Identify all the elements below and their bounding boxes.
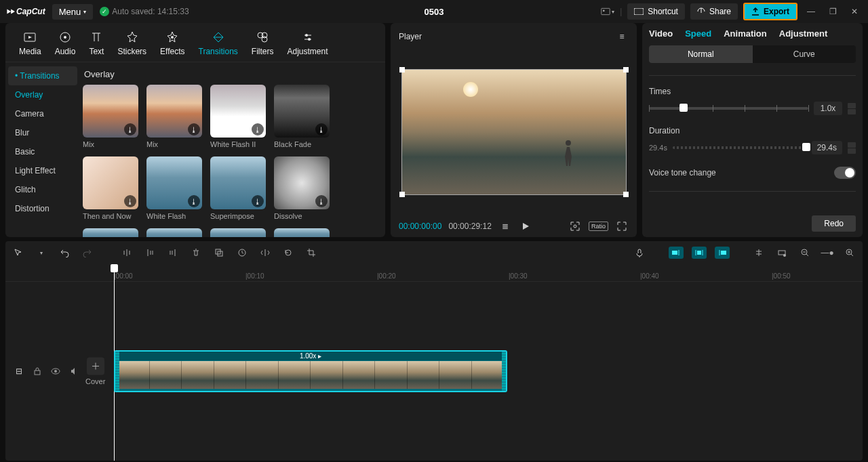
resize-handle[interactable] <box>623 67 629 72</box>
category-glitch[interactable]: Glitch <box>8 180 77 199</box>
split-icon[interactable] <box>119 245 134 260</box>
tab-effects[interactable]: Effects <box>153 27 191 59</box>
zoom-out-icon[interactable] <box>797 245 812 260</box>
category-transitions[interactable]: • Transitions <box>8 66 77 85</box>
redo-icon[interactable] <box>80 245 95 260</box>
undo-icon[interactable] <box>57 245 72 260</box>
transition-thumb[interactable] <box>210 228 266 237</box>
menu-button[interactable]: Menu ▾ <box>52 4 94 20</box>
duration-slider[interactable] <box>673 146 806 149</box>
split-left-icon[interactable] <box>142 245 157 260</box>
transition-thumb[interactable]: ⭳Black Fade <box>274 85 330 148</box>
tab-audio[interactable]: Audio <box>48 27 83 59</box>
shortcut-button[interactable]: Shortcut <box>627 3 685 20</box>
tab-text[interactable]: Text <box>82 27 111 59</box>
copy-icon[interactable] <box>212 245 226 260</box>
category-distortion[interactable]: Distortion <box>8 199 77 218</box>
zoom-in-icon[interactable] <box>842 245 857 260</box>
cover-button[interactable]: Cover <box>85 358 105 385</box>
snap-both-icon[interactable] <box>692 247 707 259</box>
inspector-tab-adjustment[interactable]: Adjustment <box>779 28 828 39</box>
snap-back-icon[interactable] <box>715 247 730 259</box>
mute-icon[interactable] <box>67 364 80 378</box>
snap-front-icon[interactable] <box>669 247 684 259</box>
transition-thumb[interactable]: ⭳Dissolve <box>274 156 330 220</box>
tab-transitions[interactable]: Transitions <box>192 27 245 59</box>
times-value[interactable]: 1.0x <box>814 102 842 115</box>
timeline-ruler[interactable]: |00:00 |00:10 |00:20 |00:30 |00:40 |00:5… <box>5 264 863 282</box>
fullscreen-icon[interactable] <box>615 219 629 233</box>
inspector-tab-animation[interactable]: Animation <box>724 28 767 39</box>
maximize-icon[interactable]: ❐ <box>825 3 841 20</box>
transition-thumb[interactable]: ⭳White Flash II <box>210 85 266 148</box>
voice-tone-switch[interactable] <box>834 167 856 179</box>
mic-icon[interactable] <box>632 245 647 260</box>
transition-thumb[interactable]: ⭳Then and Now <box>83 156 138 220</box>
download-icon[interactable]: ⭳ <box>188 123 200 135</box>
minimize-icon[interactable]: — <box>803 3 819 20</box>
preview-canvas[interactable] <box>401 69 627 195</box>
download-icon[interactable]: ⭳ <box>315 195 328 207</box>
transition-thumb[interactable]: ⭳Superimpose <box>210 156 266 220</box>
mirror-icon[interactable] <box>258 245 273 260</box>
category-basic[interactable]: Basic <box>8 142 77 161</box>
cursor-dropdown-icon[interactable]: ▾ <box>34 245 49 260</box>
category-overlay[interactable]: Overlay <box>8 85 77 104</box>
transition-thumb[interactable]: ⭳White Flash <box>146 156 202 220</box>
download-icon[interactable]: ⭳ <box>252 195 264 207</box>
resize-handle[interactable] <box>623 192 629 197</box>
times-slider[interactable] <box>649 107 808 110</box>
redo-button[interactable]: Redo <box>812 215 856 232</box>
segment-curve[interactable]: Curve <box>753 45 856 63</box>
clip-handle-right[interactable] <box>502 352 506 391</box>
zoom-slider[interactable]: —● <box>821 245 834 260</box>
download-icon[interactable]: ⭳ <box>252 123 264 135</box>
inspector-tab-speed[interactable]: Speed <box>685 28 711 39</box>
category-light-effect[interactable]: Light Effect <box>8 161 77 180</box>
tab-stickers[interactable]: Stickers <box>111 27 153 59</box>
category-blur[interactable]: Blur <box>8 123 77 142</box>
tab-adjustment[interactable]: Adjustment <box>280 27 334 59</box>
share-button[interactable]: Share <box>690 3 738 20</box>
export-button[interactable]: Export <box>743 3 797 20</box>
segment-normal[interactable]: Normal <box>649 45 753 63</box>
align-icon[interactable] <box>751 245 766 260</box>
clip-handle-left[interactable] <box>115 352 119 391</box>
resize-handle[interactable] <box>399 192 405 197</box>
duration-value[interactable]: 29.4s <box>812 141 842 154</box>
lock-icon[interactable] <box>31 364 43 378</box>
reverse-icon[interactable] <box>235 245 250 260</box>
delete-icon[interactable] <box>189 245 203 260</box>
preview-timeline-icon[interactable] <box>774 245 789 260</box>
close-icon[interactable]: ✕ <box>846 3 863 20</box>
download-icon[interactable]: ⭳ <box>124 123 136 135</box>
video-clip[interactable]: 1.00x ▸ <box>114 350 507 392</box>
transition-thumb[interactable]: ⭳Mix <box>146 85 202 148</box>
eye-icon[interactable] <box>49 364 62 378</box>
download-icon[interactable]: ⭳ <box>124 195 136 207</box>
transition-thumb[interactable]: ⭳Mix <box>83 85 138 148</box>
resize-handle[interactable] <box>399 67 405 72</box>
category-camera[interactable]: Camera <box>8 104 77 123</box>
collapse-icon[interactable]: ⊟ <box>12 364 25 378</box>
transition-thumb[interactable] <box>146 228 202 237</box>
player-menu-icon[interactable]: ≡ <box>615 30 629 43</box>
columns-icon[interactable]: ≣ <box>498 219 512 233</box>
tab-media[interactable]: Media <box>12 27 48 59</box>
times-stepper[interactable] <box>848 103 856 114</box>
inspector-tab-video[interactable]: Video <box>649 28 673 39</box>
aspect-menu-icon[interactable]: ▾ <box>601 5 614 18</box>
duration-stepper[interactable] <box>848 142 856 154</box>
ratio-button[interactable]: Ratio <box>589 222 608 231</box>
rotate-icon[interactable] <box>281 245 296 260</box>
split-right-icon[interactable] <box>165 245 180 260</box>
tab-filters[interactable]: Filters <box>245 27 281 59</box>
download-icon[interactable]: ⭳ <box>315 123 328 135</box>
transition-thumb[interactable] <box>83 228 138 237</box>
cursor-tool-icon[interactable] <box>11 245 26 260</box>
transition-thumb[interactable] <box>274 228 330 237</box>
download-icon[interactable]: ⭳ <box>188 195 200 207</box>
play-button[interactable] <box>519 219 532 233</box>
crop-icon[interactable] <box>304 245 319 260</box>
frame-icon[interactable] <box>568 219 582 233</box>
